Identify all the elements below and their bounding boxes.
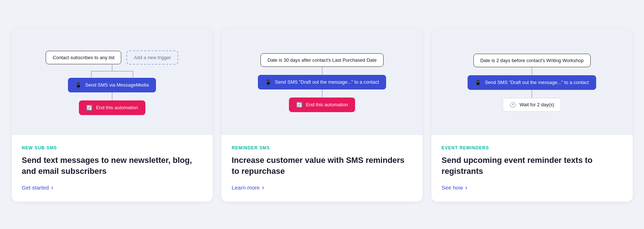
end-icon-2: 🔄 xyxy=(296,102,302,108)
clock-icon: 🕐 xyxy=(510,102,516,108)
trigger-node-subscribe: Contact subscribes to any list xyxy=(46,51,121,64)
card-link-event-reminders[interactable]: See how › xyxy=(442,184,467,191)
action-node-send-sms-2: 📱 Send SMS "Draft out the message..." to… xyxy=(258,75,386,89)
connector-line-3b xyxy=(531,90,532,98)
card-body-new-sub-sms: NEW SUB SMS Send text messages to new ne… xyxy=(12,135,213,202)
action-node-send-sms: 📱 Send SMS via MessageMedia xyxy=(68,78,156,92)
card-diagram-reminder-sms: Date is 30 days after contact's Last Pur… xyxy=(221,27,423,135)
card-link-new-sub-sms[interactable]: Get started › xyxy=(22,184,53,191)
cards-container: Contact subscribes to any list Add a new… xyxy=(12,27,633,202)
chevron-icon-2: › xyxy=(262,184,264,191)
diagram-new-sub-sms: Contact subscribes to any list Add a new… xyxy=(46,50,178,115)
connector-line-3a xyxy=(531,67,532,75)
trigger-node-event: Date is 2 days before contact's Writing … xyxy=(473,54,591,67)
triggers-row: Contact subscribes to any list Add a new… xyxy=(46,50,178,65)
trigger-node-date: Date is 30 days after contact's Last Pur… xyxy=(260,53,384,67)
trigger-node-add[interactable]: Add a new trigger xyxy=(126,50,178,65)
action-node-send-sms-3: 📱 Send SMS "Draft out the message..." to… xyxy=(468,75,596,90)
card-link-reminder-sms[interactable]: Learn more › xyxy=(232,184,264,191)
end-icon: 🔄 xyxy=(86,105,92,111)
connector-line-1 xyxy=(112,92,113,100)
category-label-event-reminders: EVENT REMINDERS xyxy=(442,145,622,150)
fork-connector xyxy=(65,65,160,78)
category-label-new-sub-sms: NEW SUB SMS xyxy=(22,145,203,150)
connector-line-2b xyxy=(322,89,323,98)
connector-line-2a xyxy=(322,67,323,75)
chevron-icon: › xyxy=(51,184,53,191)
diagram-reminder-sms: Date is 30 days after contact's Last Pur… xyxy=(258,53,386,112)
card-body-reminder-sms: REMINDER SMS Increase customer value wit… xyxy=(221,135,423,202)
card-new-sub-sms: Contact subscribes to any list Add a new… xyxy=(12,27,213,202)
category-label-reminder-sms: REMINDER SMS xyxy=(232,145,412,150)
sms-icon-2: 📱 xyxy=(265,79,271,85)
card-reminder-sms: Date is 30 days after contact's Last Pur… xyxy=(221,27,423,202)
card-title-new-sub-sms: Send text messages to new newsletter, bl… xyxy=(22,155,203,176)
end-node: 🔄 End this automation xyxy=(79,100,145,115)
diagram-event-reminders: Date is 2 days before contact's Writing … xyxy=(468,54,596,112)
wait-node: 🕐 Wait for 2 day(s) xyxy=(503,98,561,112)
sms-icon-3: 📱 xyxy=(475,80,481,85)
end-node-2: 🔄 End this automation xyxy=(289,98,355,112)
card-event-reminders: Date is 2 days before contact's Writing … xyxy=(431,27,633,202)
sms-icon: 📱 xyxy=(75,82,81,88)
card-title-reminder-sms: Increase customer value with SMS reminde… xyxy=(232,155,412,176)
chevron-icon-3: › xyxy=(465,184,467,191)
card-title-event-reminders: Send upcoming event reminder texts to re… xyxy=(442,155,622,176)
card-diagram-new-sub-sms: Contact subscribes to any list Add a new… xyxy=(12,27,213,135)
card-diagram-event-reminders: Date is 2 days before contact's Writing … xyxy=(431,27,633,135)
card-body-event-reminders: EVENT REMINDERS Send upcoming event remi… xyxy=(431,135,633,202)
